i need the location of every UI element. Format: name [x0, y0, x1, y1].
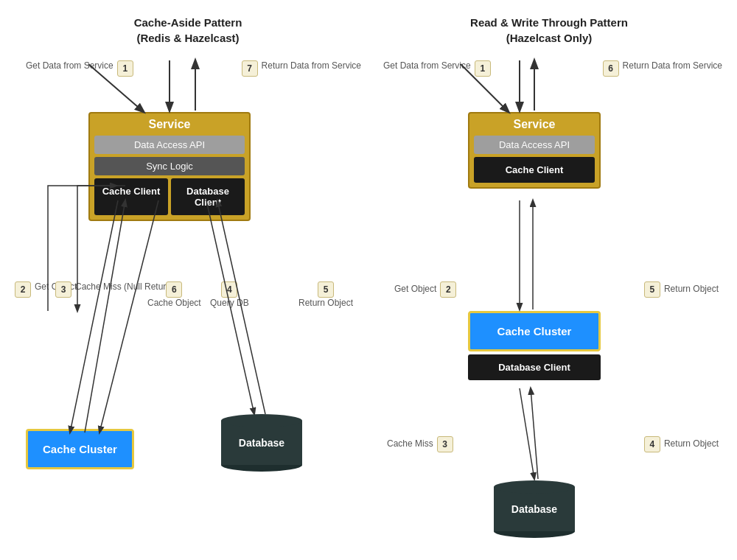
cache-cluster-right: Cache Cluster Database Client: [468, 311, 601, 380]
svg-line-3: [70, 200, 118, 433]
svg-line-5: [99, 200, 158, 433]
right-flow-area: Get Data from Service 1 6 Return Data fr…: [372, 53, 726, 545]
step5-right-label: 5 Return Object: [644, 281, 719, 298]
service-box-right: Service Data Access API Cache Client: [468, 112, 601, 189]
service-box-left: Service Data Access API Sync Logic Cache…: [88, 112, 251, 221]
step4-right-label: 4 Return Object: [644, 436, 719, 452]
svg-line-13: [520, 388, 534, 479]
svg-line-4: [85, 200, 125, 433]
step1-left-label: Get Data from Service 1: [26, 60, 133, 77]
database-left: Database: [221, 414, 302, 472]
step2-right-label: Get Object 2: [394, 281, 456, 298]
left-diagram: Cache-Aside Pattern (Redis & Hazelcast) …: [7, 15, 368, 545]
step6-right-label: 6 Return Data from Service: [603, 60, 722, 77]
main-container: Cache-Aside Pattern (Redis & Hazelcast) …: [0, 0, 737, 560]
step3-right-label: Cache Miss 3: [387, 436, 453, 452]
left-flow-area: Get Data from Service 1 7 Return Data fr…: [11, 53, 365, 545]
database-right: Database: [494, 480, 575, 538]
svg-line-14: [531, 388, 538, 479]
right-title: Read & Write Through Pattern (Hazelcast …: [470, 15, 628, 46]
step4-label: 4 Query DB: [210, 281, 249, 309]
right-diagram: Read & Write Through Pattern (Hazelcast …: [368, 15, 730, 545]
step7-left-label: 7 Return Data from Service: [242, 60, 361, 77]
left-title: Cache-Aside Pattern (Redis & Hazelcast): [134, 15, 242, 46]
step5-label: 5 Return Object: [298, 281, 353, 309]
step1-right-label: Get Data from Service 1: [383, 60, 491, 77]
step6-label: 6 Cache Object: [147, 281, 201, 309]
cache-cluster-left: Cache Cluster: [26, 429, 134, 469]
